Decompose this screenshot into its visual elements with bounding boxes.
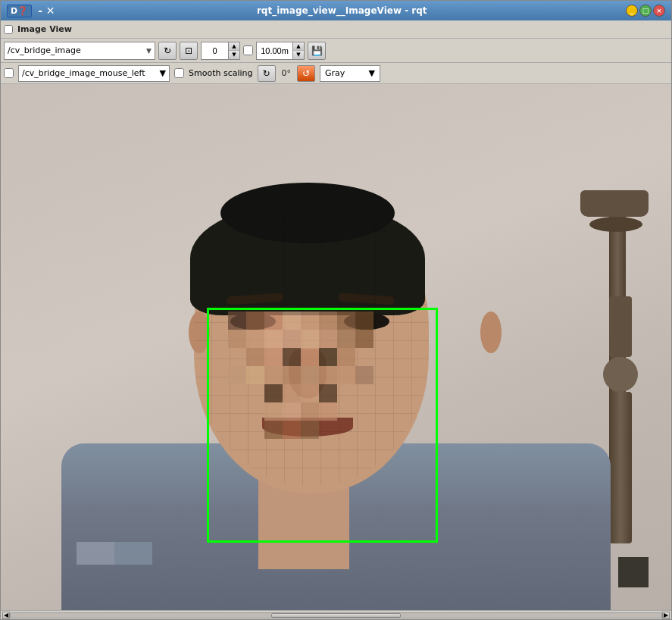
topic-dropdown[interactable]: /cv_bridge_image ▼	[4, 42, 155, 60]
image-area[interactable]	[1, 84, 671, 610]
topic-dropdown-arrow: ▼	[146, 47, 152, 55]
clothing-pixel-1	[77, 542, 114, 565]
zoom-down-btn[interactable]: ▼	[229, 51, 239, 59]
colormap-dropdown[interactable]: Gray ▼	[320, 65, 380, 82]
scrollbar-horizontal[interactable]: ◀ ▶	[1, 610, 671, 619]
interval-checkbox[interactable]	[243, 45, 253, 55]
scroll-left-btn[interactable]: ◀	[2, 612, 10, 619]
angle-display: 0°	[280, 68, 293, 78]
smooth-scaling-label: Smooth scaling	[189, 68, 253, 78]
clothing-pixel-2	[114, 542, 152, 565]
rotate-button[interactable]: ↻	[258, 65, 276, 82]
save-button[interactable]: 💾	[308, 42, 326, 60]
ear-right	[480, 312, 502, 353]
colormap-value: Gray	[325, 68, 345, 78]
plugin-checkbox[interactable]	[4, 25, 13, 34]
zoom-input[interactable]	[201, 42, 228, 60]
zoom-spinner: ▲ ▼	[201, 42, 240, 60]
title-bar-controls: _ □ ×	[626, 5, 665, 17]
close-label: ✕	[46, 5, 55, 17]
close-button-top[interactable]: - ✕	[35, 5, 58, 17]
scroll-right-btn[interactable]: ▶	[662, 612, 670, 619]
title-bar-left: D❓ - ✕	[7, 5, 58, 17]
lamp-mid	[609, 296, 632, 357]
flip-button[interactable]: ↺	[297, 65, 315, 82]
zoom-spin-btns: ▲ ▼	[228, 42, 240, 60]
mouse-topic-dropdown[interactable]: /cv_bridge_image_mouse_left ▼	[18, 65, 170, 82]
interval-down-btn[interactable]: ▼	[293, 51, 304, 59]
colormap-arrow: ▼	[369, 68, 375, 78]
menu-bar: Image View	[1, 20, 671, 39]
mouse-topic-checkbox[interactable]	[4, 68, 14, 78]
toolbar-row1: /cv_bridge_image ▼ ↻ ⊡ ▲ ▼ ▲ ▼ 💾	[1, 39, 671, 63]
scrollbar-track	[10, 612, 662, 618]
main-window: D❓ - ✕ rqt_image_view__ImageView - rqt _…	[0, 0, 672, 620]
interval-spin-btns: ▲ ▼	[292, 42, 305, 60]
title-bar: D❓ - ✕ rqt_image_view__ImageView - rqt _…	[1, 1, 671, 20]
lamp-head	[580, 190, 649, 217]
scrollbar-thumb[interactable]	[271, 613, 402, 618]
lamp-detail	[589, 217, 642, 232]
clothing-pixel-3	[618, 557, 649, 587]
smooth-scaling-checkbox[interactable]	[174, 68, 184, 78]
refresh-button[interactable]: ↻	[158, 42, 177, 60]
mouse-topic-arrow: ▼	[160, 68, 166, 78]
zoom-fit-button[interactable]: ⊡	[180, 42, 198, 60]
interval-input[interactable]	[256, 42, 292, 60]
mouse-topic-value: /cv_bridge_image_mouse_left	[22, 68, 145, 78]
save-icon: 💾	[311, 45, 323, 56]
zoom-fit-icon: ⊡	[185, 45, 192, 56]
lamp-lower	[609, 392, 632, 543]
maximize-button[interactable]: □	[639, 5, 652, 17]
zoom-up-btn[interactable]: ▲	[229, 42, 239, 51]
window-title: rqt_image_view__ImageView - rqt	[58, 5, 626, 16]
interval-spinner: ▲ ▼	[256, 42, 305, 60]
topic-value: /cv_bridge_image	[8, 45, 81, 55]
toolbar-row2: /cv_bridge_image_mouse_left ▼ Smooth sca…	[1, 63, 671, 84]
minimize-button[interactable]: _	[626, 5, 638, 17]
lamp-knob	[603, 357, 638, 392]
flip-icon: ↺	[302, 68, 310, 79]
help-button[interactable]: D❓	[7, 5, 32, 17]
refresh-icon: ↻	[164, 45, 171, 56]
close-button[interactable]: ×	[653, 5, 665, 17]
plugin-label: Image View	[16, 24, 73, 34]
rotate-icon: ↻	[263, 68, 270, 79]
face-detection-box	[207, 308, 438, 543]
interval-up-btn[interactable]: ▲	[293, 42, 304, 51]
